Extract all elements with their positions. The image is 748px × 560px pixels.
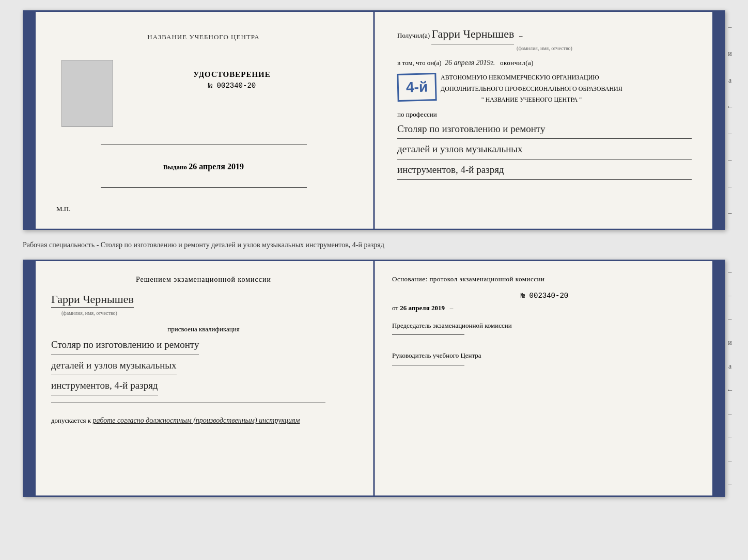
spine-left [24,12,36,229]
recipient-name: Гарри Чернышев [431,25,514,44]
osnov-header: Основание: протокол экзаменационной коми… [392,274,697,284]
bottom-profession-line1: Столяр по изготовлению и ремонту [51,337,199,355]
stamp-line2: ДОПОЛНИТЕЛЬНОГО ПРОФЕССИОНАЛЬНОГО ОБРАЗО… [441,84,622,95]
bottom-profession-line2: деталей и узлов музыкальных [51,357,177,375]
protocol-date: от 26 апреля 2019 – [392,304,697,312]
cert-right-page: Получил(а) Гарри Чернышев – (фамилия, им… [371,12,712,229]
bottom-name-subtitle: (фамилия, имя, отчество) [61,310,117,316]
caption-text: Рабочая специальность - Столяр по изгото… [23,239,725,250]
manager-label: Руководитель учебного Центра [392,350,697,365]
spine-left-bottom [24,261,36,495]
profession-line2-top: деталей и узлов музыкальных [397,141,692,159]
divider-line-2 [101,187,307,188]
bottom-divider [51,403,325,403]
stamp-line3: " НАЗВАНИЕ УЧЕБНОГО ЦЕНТРА " [441,94,622,106]
stamp-box: 4-й [397,73,437,102]
protocol-date-value: 26 апреля 2019 [400,304,445,312]
mp-label: М.П. [56,205,70,213]
spine-right [712,12,724,229]
issued-date: Выдано 26 апреля 2019 [163,162,244,171]
bottom-profession-line3: инструментов, 4-й разряд [51,377,158,395]
stamp-line1: АВТОНОМНУЮ НЕКОММЕРЧЕСКУЮ ОРГАНИЗАЦИЮ [441,72,622,84]
cert-title: УДОСТОВЕРЕНИЕ [193,70,271,79]
qualification-label: присвоена квалификация [51,325,356,333]
chairman-signature-line [392,334,464,335]
bottom-person-name: Гарри Чернышев [51,293,134,308]
допускается-line: допускается к работе согласно должностны… [51,417,300,425]
name-subtitle-top: (фамилия, имя, отчество) [397,44,692,53]
spine-right-bottom [712,261,724,495]
received-line: Получил(а) Гарри Чернышев – (фамилия, им… [397,25,692,53]
vtom-line: в том, что он(а) 26 апреля 2019г. окончи… [397,59,692,67]
profession-label-top: по профессии [397,110,692,119]
vtom-date: 26 апреля 2019г. [445,59,495,67]
cert-bottom-left-page: Решением экзаменационной комиссии Гарри … [36,261,371,495]
chairman-label: Председатель экзаменационной комиссии [392,321,697,335]
okoncil-text: окончил(а) [500,59,534,67]
protocol-number: № 002340-20 [392,292,697,300]
cert-number: № 002340-20 [208,82,256,90]
manager-signature-line [392,365,464,365]
допускается-text: работе согласно должностным (производств… [92,417,300,424]
cert-left-page: НАЗВАНИЕ УЧЕБНОГО ЦЕНТРА УДОСТОВЕРЕНИЕ №… [36,12,371,229]
decision-header: Решением экзаменационной комиссии [51,274,356,285]
stamp-number: 4-й [406,79,428,96]
photo-placeholder [61,60,113,127]
right-side-marks-bottom: – – – и а ← – – – – [725,260,735,497]
cert-bottom-right-page: Основание: протокол экзаменационной коми… [371,261,712,495]
divider-line-1 [101,145,307,145]
right-side-marks-top: – и а ← – – – – [725,10,735,230]
issued-date-value: 26 апреля 2019 [189,162,244,171]
profession-line1-top: Столяр по изготовлению и ремонту [397,121,692,139]
center-name-top: НАЗВАНИЕ УЧЕБНОГО ЦЕНТРА [147,33,259,42]
profession-line3-top: инструментов, 4-й разряд [397,162,692,180]
